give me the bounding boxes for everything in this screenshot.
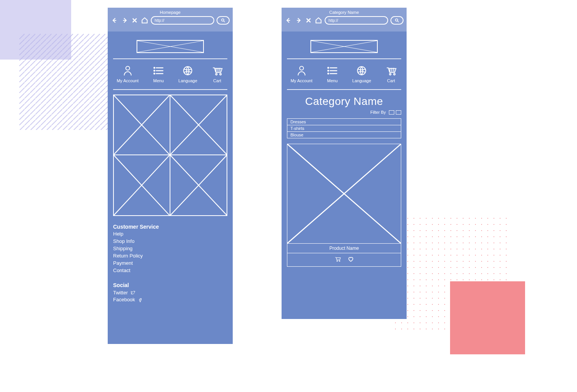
nav-label: Menu bbox=[327, 78, 338, 83]
nav-label: Language bbox=[352, 78, 371, 83]
main-nav: My Account Menu Language Cart bbox=[110, 65, 230, 83]
nav-label: My Account bbox=[117, 78, 138, 83]
svg-point-35 bbox=[358, 66, 366, 75]
featured-grid bbox=[113, 95, 227, 216]
filter-item[interactable]: Dresses bbox=[287, 119, 401, 125]
nav-label: Cart bbox=[387, 78, 395, 83]
logo-placeholder bbox=[137, 40, 204, 53]
nav-cart[interactable]: Cart bbox=[385, 65, 398, 83]
svg-point-28 bbox=[300, 66, 304, 70]
svg-point-14 bbox=[215, 73, 217, 75]
footer-heading-social: Social bbox=[113, 281, 227, 289]
image-placeholder[interactable] bbox=[114, 95, 170, 155]
decorative-coral-square bbox=[450, 281, 525, 354]
footer-link[interactable]: Contact bbox=[113, 267, 227, 274]
svg-point-15 bbox=[220, 73, 221, 75]
svg-line-25 bbox=[398, 21, 399, 22]
home-icon[interactable] bbox=[315, 16, 322, 25]
search-button[interactable] bbox=[217, 16, 230, 25]
facebook-icon bbox=[138, 298, 143, 302]
footer-link[interactable]: Payment bbox=[113, 260, 227, 267]
list-view-icon[interactable] bbox=[396, 110, 401, 115]
wireframe-homepage: Homepage http:// My Account bbox=[108, 8, 233, 344]
svg-point-40 bbox=[337, 261, 337, 261]
grid-view-icon[interactable] bbox=[389, 110, 394, 115]
footer-link[interactable]: Help bbox=[113, 231, 227, 238]
main-nav: My Account Menu Language Cart bbox=[284, 65, 404, 83]
social-link-facebook[interactable]: Facebook bbox=[113, 296, 227, 304]
image-placeholder[interactable] bbox=[170, 155, 227, 215]
svg-point-2 bbox=[222, 19, 224, 21]
nav-menu[interactable]: Menu bbox=[152, 65, 165, 83]
url-input[interactable]: http:// bbox=[325, 16, 388, 25]
footer-link[interactable]: Shop Info bbox=[113, 238, 227, 245]
svg-point-36 bbox=[389, 73, 391, 75]
product-card[interactable]: Product Name bbox=[287, 144, 401, 267]
wishlist-heart-icon[interactable] bbox=[347, 256, 355, 264]
svg-point-24 bbox=[395, 19, 398, 21]
svg-point-33 bbox=[328, 73, 329, 74]
home-icon[interactable] bbox=[141, 16, 148, 25]
add-to-cart-icon[interactable] bbox=[334, 256, 342, 264]
wireframe-category: Category Name http:// My Account Menu La… bbox=[282, 8, 407, 319]
browser-chrome: Homepage http:// bbox=[108, 8, 233, 32]
filter-item[interactable]: T-shirts bbox=[287, 125, 401, 132]
forward-icon[interactable] bbox=[295, 16, 302, 25]
svg-point-11 bbox=[154, 73, 155, 74]
nav-my-account[interactable]: My Account bbox=[117, 65, 138, 83]
close-icon[interactable] bbox=[131, 16, 138, 25]
page-title: Category Name bbox=[285, 9, 404, 15]
filter-item[interactable]: Blouse bbox=[287, 132, 401, 138]
footer-heading-service: Customer Service bbox=[113, 223, 227, 231]
divider bbox=[287, 58, 401, 59]
image-placeholder[interactable] bbox=[114, 155, 170, 215]
nav-my-account[interactable]: My Account bbox=[290, 65, 312, 83]
svg-point-13 bbox=[184, 66, 192, 75]
twitter-icon bbox=[131, 291, 135, 295]
search-button[interactable] bbox=[390, 16, 404, 25]
svg-point-29 bbox=[328, 67, 329, 68]
svg-point-41 bbox=[339, 261, 340, 261]
footer-link[interactable]: Shipping bbox=[113, 245, 227, 252]
svg-point-9 bbox=[154, 70, 155, 71]
divider bbox=[113, 58, 227, 59]
back-icon[interactable] bbox=[285, 16, 292, 25]
svg-point-7 bbox=[154, 67, 155, 68]
svg-line-3 bbox=[224, 21, 225, 22]
view-toggle[interactable] bbox=[389, 110, 401, 115]
nav-cart[interactable]: Cart bbox=[211, 65, 224, 83]
social-link-twitter[interactable]: Twitter bbox=[113, 289, 227, 297]
svg-point-6 bbox=[126, 66, 130, 70]
nav-label: My Account bbox=[290, 78, 312, 83]
footer-link[interactable]: Return Policy bbox=[113, 252, 227, 260]
filter-list: Dresses T-shirts Blouse bbox=[287, 118, 401, 138]
close-icon[interactable] bbox=[305, 16, 312, 25]
svg-point-37 bbox=[394, 73, 395, 75]
product-image-placeholder bbox=[287, 144, 401, 243]
filter-label: Filter By bbox=[370, 110, 386, 115]
back-icon[interactable] bbox=[111, 16, 118, 25]
logo-placeholder bbox=[310, 40, 378, 53]
nav-language[interactable]: Language bbox=[352, 65, 371, 83]
nav-label: Menu bbox=[153, 78, 164, 83]
page-title: Homepage bbox=[111, 9, 230, 15]
nav-menu[interactable]: Menu bbox=[326, 65, 339, 83]
url-input[interactable]: http:// bbox=[151, 16, 214, 25]
nav-label: Cart bbox=[213, 78, 221, 83]
footer: Customer Service Help Shop Info Shipping… bbox=[113, 223, 227, 304]
nav-language[interactable]: Language bbox=[178, 65, 197, 83]
svg-point-31 bbox=[328, 70, 329, 71]
image-placeholder[interactable] bbox=[170, 95, 227, 155]
product-name: Product Name bbox=[287, 243, 401, 253]
forward-icon[interactable] bbox=[121, 16, 128, 25]
divider bbox=[113, 89, 227, 90]
nav-label: Language bbox=[178, 78, 197, 83]
category-heading: Category Name bbox=[282, 90, 407, 110]
browser-chrome: Category Name http:// bbox=[282, 8, 407, 32]
